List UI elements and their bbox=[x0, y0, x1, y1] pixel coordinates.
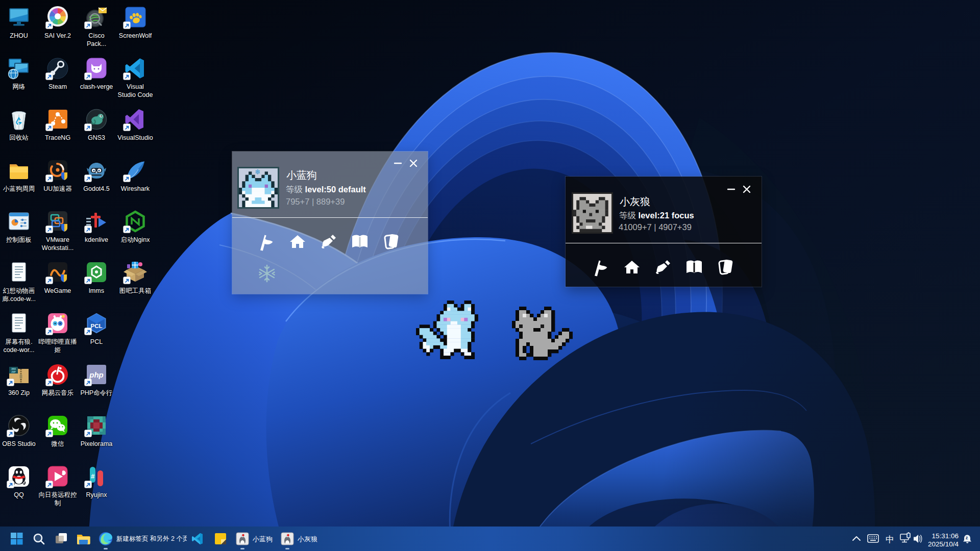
svg-text:ZIP: ZIP bbox=[11, 370, 16, 373]
svg-text:#: # bbox=[91, 472, 95, 480]
svg-text:2025/10/4: 2025/10/4 bbox=[928, 540, 959, 548]
svg-text:php: php bbox=[89, 370, 104, 379]
svg-text:z: z bbox=[966, 535, 968, 540]
svg-text:15:31:06: 15:31:06 bbox=[932, 532, 959, 540]
svg-text:中: 中 bbox=[886, 535, 894, 544]
